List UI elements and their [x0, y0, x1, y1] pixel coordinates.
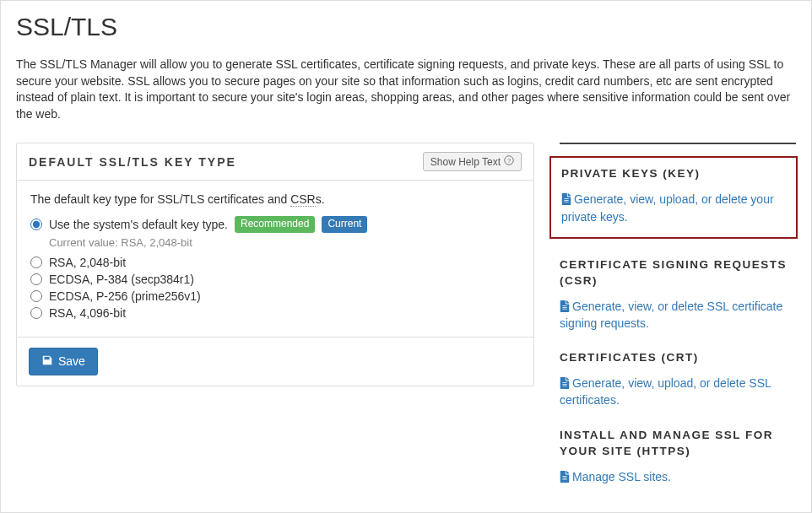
key-type-option-label: Use the system's default key type.: [49, 218, 228, 231]
sidebar-section: CERTIFICATE SIGNING REQUESTS (CSR)Genera…: [560, 257, 796, 332]
question-circle-icon: ?: [504, 155, 514, 168]
key-type-option-label: ECDSA, P-384 (secp384r1): [49, 273, 194, 286]
sidebar-section-heading: PRIVATE KEYS (KEY): [561, 166, 786, 182]
current-value-label: Current value: RSA, 2,048-bit: [49, 236, 520, 249]
file-icon: [560, 470, 572, 483]
file-icon: [560, 300, 572, 313]
sidebar-section-heading: CERTIFICATE SIGNING REQUESTS (CSR): [560, 257, 796, 289]
panel-title: DEFAULT SSL/TLS KEY TYPE: [29, 155, 236, 169]
show-help-button[interactable]: Show Help Text ?: [423, 152, 522, 171]
key-type-radio[interactable]: [30, 290, 42, 302]
desc-prefix: The default key type for SSL/TLS certifi…: [30, 192, 290, 206]
key-type-option[interactable]: ECDSA, P-256 (prime256v1): [30, 288, 520, 305]
desc-suffix: s.: [316, 192, 325, 206]
sidebar-section-link-text: Generate, view, upload, or delete your p…: [561, 192, 774, 223]
key-type-option[interactable]: RSA, 2,048-bit: [30, 254, 520, 271]
sidebar-section: PRIVATE KEYS (KEY)Generate, view, upload…: [549, 156, 798, 238]
sidebar-section-link[interactable]: Manage SSL sites.: [560, 470, 671, 483]
sidebar-section-heading: CERTIFICATES (CRT): [560, 350, 796, 366]
page-title: SSL/TLS: [16, 13, 796, 41]
sidebar-divider: [560, 143, 796, 144]
sidebar-section-link-text: Generate, view, upload, or delete SSL ce…: [560, 376, 771, 407]
save-button[interactable]: Save: [29, 348, 98, 375]
svg-text:?: ?: [507, 157, 511, 165]
key-type-radio[interactable]: [30, 273, 42, 285]
sidebar-section-link[interactable]: Generate, view, upload, or delete SSL ce…: [560, 376, 771, 407]
page-intro: The SSL/TLS Manager will allow you to ge…: [16, 57, 796, 122]
sidebar-section-heading: INSTALL AND MANAGE SSL FOR YOUR SITE (HT…: [560, 428, 796, 460]
file-icon: [560, 376, 572, 390]
save-icon: [41, 354, 53, 369]
sidebar-section: INSTALL AND MANAGE SSL FOR YOUR SITE (HT…: [560, 428, 796, 485]
save-button-label: Save: [58, 354, 85, 368]
sidebar-section: CERTIFICATES (CRT)Generate, view, upload…: [560, 350, 796, 408]
key-type-radio[interactable]: [30, 256, 42, 268]
key-type-radio[interactable]: [30, 219, 42, 230]
key-type-option[interactable]: RSA, 4,096-bit: [30, 305, 520, 321]
sidebar-section-link[interactable]: Generate, view, upload, or delete your p…: [561, 192, 774, 223]
sidebar-section-link[interactable]: Generate, view, or delete SSL certificat…: [560, 300, 782, 330]
key-type-option-label: RSA, 2,048-bit: [49, 256, 126, 269]
key-type-option-label: RSA, 4,096-bit: [49, 306, 126, 320]
key-type-radio[interactable]: [30, 307, 42, 319]
desc-abbr: CSR: [290, 192, 316, 207]
sidebar-section-link-text: Manage SSL sites.: [572, 470, 671, 483]
show-help-label: Show Help Text: [430, 156, 501, 168]
key-type-option-label: ECDSA, P-256 (prime256v1): [49, 289, 201, 303]
key-type-option[interactable]: ECDSA, P-384 (secp384r1): [30, 271, 520, 288]
file-icon: [561, 192, 574, 206]
key-type-option[interactable]: Use the system's default key type.Recomm…: [30, 214, 520, 235]
key-type-panel: DEFAULT SSL/TLS KEY TYPE Show Help Text …: [16, 143, 534, 386]
sidebar-section-link-text: Generate, view, or delete SSL certificat…: [560, 300, 782, 330]
recommended-badge: Recommended: [235, 216, 315, 233]
current-badge: Current: [322, 216, 367, 233]
key-type-description: The default key type for SSL/TLS certifi…: [30, 192, 520, 206]
